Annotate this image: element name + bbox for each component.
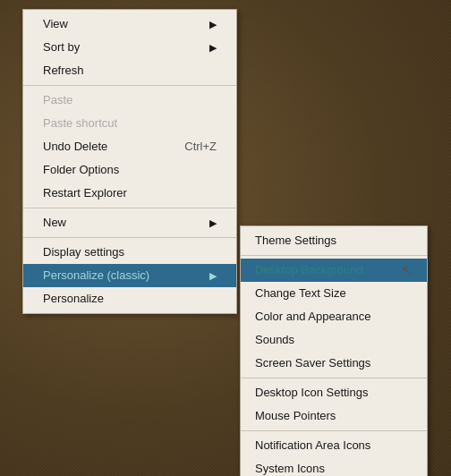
submenu-item-theme-settings[interactable]: Theme Settings [241, 229, 427, 252]
submenu-item-mouse-pointers-label: Mouse Pointers [255, 407, 336, 425]
menu-item-personalize-classic[interactable]: Personalize (classic) ▶ [23, 264, 236, 287]
arrow-icon-view: ▶ [209, 15, 217, 33]
separator-3 [23, 237, 236, 238]
menu-item-sort-by[interactable]: Sort by ▶ [23, 36, 236, 59]
submenu-item-system-icons[interactable]: System Icons [241, 457, 427, 476]
menu-item-sort-by-label: Sort by [43, 38, 80, 56]
submenu-item-desktop-background-label: Desktop Background [255, 261, 363, 279]
menu-item-display-settings-label: Display settings [43, 243, 124, 261]
submenu-item-color-appearance-label: Color and Appearance [255, 308, 370, 326]
submenu-item-change-text-size[interactable]: Change Text Size [241, 282, 427, 305]
submenu-item-system-icons-label: System Icons [255, 460, 325, 476]
submenu-item-desktop-icon-settings-label: Desktop Icon Settings [255, 384, 368, 402]
menu-item-paste-shortcut-label: Paste shortcut [43, 115, 117, 132]
menu-item-undo-delete-label: Undo Delete [43, 138, 107, 156]
menu-item-restart-explorer-label: Restart Explorer [43, 184, 127, 202]
arrow-icon-personalize-classic: ▶ [209, 267, 217, 285]
menu-item-restart-explorer[interactable]: Restart Explorer [23, 182, 236, 205]
submenu-item-theme-settings-label: Theme Settings [255, 232, 336, 250]
menu-item-view-label: View [43, 15, 68, 33]
submenu-item-mouse-pointers[interactable]: Mouse Pointers [241, 404, 427, 428]
menu-item-refresh[interactable]: Refresh [23, 59, 236, 82]
submenu: Theme Settings Desktop Background ↖ Chan… [240, 225, 428, 476]
separator-2 [23, 208, 236, 208]
menu-item-display-settings[interactable]: Display settings [23, 241, 236, 264]
menu-item-folder-options-label: Folder Options [43, 161, 119, 179]
menu-item-personalize[interactable]: Personalize [23, 287, 236, 310]
submenu-item-screen-saver[interactable]: Screen Saver Settings [241, 352, 427, 375]
submenu-item-sounds-label: Sounds [255, 331, 294, 349]
submenu-item-notification-area-icons-label: Notification Area Icons [255, 437, 370, 455]
arrow-icon-sort-by: ▶ [209, 38, 217, 56]
submenu-item-notification-area-icons[interactable]: Notification Area Icons [241, 434, 427, 457]
menu-item-paste-shortcut: Paste shortcut [23, 112, 236, 135]
menu-item-undo-delete[interactable]: Undo Delete Ctrl+Z [23, 135, 236, 158]
separator-1 [23, 85, 236, 86]
menu-item-view[interactable]: View ▶ [23, 13, 236, 36]
menu-item-new[interactable]: New ▶ [23, 211, 236, 234]
submenu-separator-3 [241, 430, 427, 431]
menu-item-paste: Paste [23, 89, 236, 112]
submenu-separator-1 [241, 255, 427, 256]
menu-item-refresh-label: Refresh [43, 62, 84, 80]
menu-item-undo-delete-shortcut: Ctrl+Z [184, 138, 217, 156]
submenu-item-sounds[interactable]: Sounds [241, 328, 427, 352]
cursor-icon: ↖ [402, 261, 413, 279]
submenu-item-screen-saver-label: Screen Saver Settings [255, 354, 370, 372]
submenu-item-desktop-background[interactable]: Desktop Background ↖ [241, 259, 427, 282]
menu-item-folder-options[interactable]: Folder Options [23, 158, 236, 182]
submenu-item-change-text-size-label: Change Text Size [255, 285, 346, 302]
menu-item-personalize-label: Personalize [43, 290, 104, 308]
arrow-icon-new: ▶ [209, 214, 217, 232]
submenu-item-color-appearance[interactable]: Color and Appearance [241, 305, 427, 328]
submenu-item-desktop-icon-settings[interactable]: Desktop Icon Settings [241, 381, 427, 404]
context-menu: View ▶ Sort by ▶ Refresh Paste Paste sho… [22, 9, 237, 314]
menu-item-paste-label: Paste [43, 91, 72, 109]
submenu-separator-2 [241, 378, 427, 378]
menu-item-new-label: New [43, 214, 66, 232]
menu-item-personalize-classic-label: Personalize (classic) [43, 267, 149, 285]
